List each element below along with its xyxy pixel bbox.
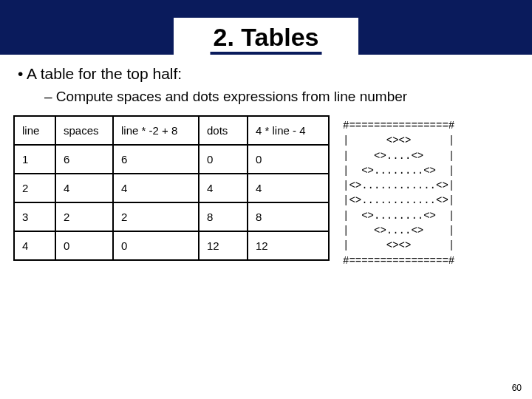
cell: 4 <box>14 231 55 260</box>
slide-title: 2. Tables <box>211 23 322 55</box>
cell: 12 <box>199 231 248 260</box>
cell: 8 <box>248 202 329 231</box>
th-dots: dots <box>199 116 248 145</box>
cell: 0 <box>248 145 329 174</box>
th-line: line <box>14 116 55 145</box>
cell: 0 <box>113 231 199 260</box>
cell: 0 <box>55 231 113 260</box>
cell: 6 <box>55 145 113 174</box>
cell: 6 <box>113 145 199 174</box>
cell: 4 <box>113 174 199 202</box>
bullet-level-1: A table for the top half: <box>18 65 520 83</box>
table-header-row: line spaces line * -2 + 8 dots 4 * line … <box>14 116 329 145</box>
slide-banner: 2. Tables <box>0 0 532 55</box>
th-dots-expr: 4 * line - 4 <box>248 116 329 145</box>
slide-content: A table for the top half: Compute spaces… <box>0 55 532 268</box>
cell: 4 <box>55 174 113 202</box>
th-spaces: spaces <box>55 116 113 145</box>
main-row: line spaces line * -2 + 8 dots 4 * line … <box>12 115 520 268</box>
cell: 8 <box>199 202 248 231</box>
th-spaces-expr: line * -2 + 8 <box>113 116 199 145</box>
table-row: 1 6 6 0 0 <box>14 145 329 174</box>
cell: 4 <box>248 174 329 202</box>
table-row: 4 0 0 12 12 <box>14 231 329 260</box>
data-table: line spaces line * -2 + 8 dots 4 * line … <box>13 115 330 261</box>
table-row: 2 4 4 4 4 <box>14 174 329 202</box>
cell: 12 <box>248 231 329 260</box>
table-row: 3 2 2 8 8 <box>14 202 329 231</box>
title-wrap: 2. Tables <box>211 23 322 55</box>
cell: 2 <box>55 202 113 231</box>
cell: 0 <box>199 145 248 174</box>
cell: 2 <box>14 174 55 202</box>
cell: 3 <box>14 202 55 231</box>
page-number: 60 <box>512 383 522 393</box>
cell: 1 <box>14 145 55 174</box>
ascii-figure: #================# | <><> | | <>....<> |… <box>343 118 454 268</box>
cell: 2 <box>113 202 199 231</box>
cell: 4 <box>199 174 248 202</box>
bullet-level-2: Compute spaces and dots expressions from… <box>44 89 520 105</box>
